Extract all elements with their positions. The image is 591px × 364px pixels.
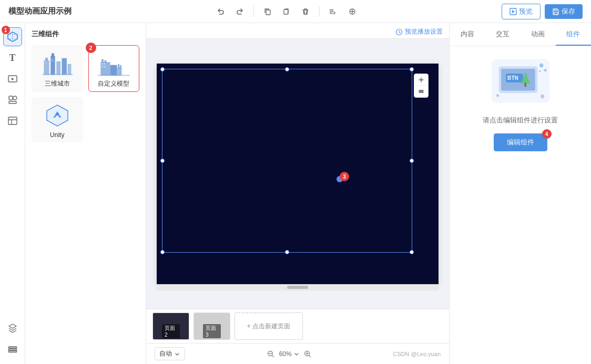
auto-select[interactable]: 自动 [155, 347, 185, 360]
paste-button[interactable] [279, 4, 294, 19]
separator-1 [253, 6, 254, 17]
svg-rect-12 [8, 117, 17, 124]
handle-tm[interactable] [285, 67, 289, 71]
svg-rect-33 [110, 65, 117, 76]
svg-rect-24 [45, 61, 46, 63]
tab-component[interactable]: 组件 [556, 23, 591, 46]
topbar-actions: 预览 保存 [502, 4, 583, 19]
svg-rect-32 [105, 60, 107, 63]
svg-rect-17 [45, 58, 48, 61]
svg-rect-18 [50, 56, 55, 75]
add-page-button[interactable]: + 点击新建页面 [235, 313, 303, 340]
zoom-in-button[interactable] [302, 349, 313, 359]
sidebar-item-settings[interactable] [3, 340, 22, 359]
page-thumb-3[interactable]: 页面3 [193, 313, 230, 340]
right-tabs: 内容 交互 动画 组件 [450, 23, 591, 46]
sidebar-item-media[interactable] [3, 69, 22, 88]
svg-rect-38 [104, 63, 106, 65]
3dcity-icon-box [40, 50, 74, 77]
custom-icon-box [97, 50, 130, 77]
align-button[interactable] [326, 4, 341, 19]
redo-button[interactable] [232, 4, 247, 19]
svg-rect-25 [46, 61, 47, 63]
scrollbar-thumb [287, 286, 308, 289]
undo-button[interactable] [213, 4, 228, 19]
3dcity-label: 三维城市 [45, 79, 70, 88]
app-title: 模型动画应用示例 [8, 6, 72, 16]
svg-rect-31 [101, 59, 104, 63]
edit-btn-wrapper: 编辑组件 4 [494, 133, 547, 151]
svg-point-55 [539, 70, 541, 72]
mini-btn-2[interactable] [414, 86, 428, 97]
separator-2 [319, 6, 320, 17]
center-area: 3 [294, 171, 301, 177]
selection-dot-center: 3 [337, 176, 343, 182]
component-item-3dcity[interactable]: 三维城市 [32, 45, 83, 92]
custom-label: 自定义模型 [98, 79, 129, 88]
canvas-inner[interactable]: 3 [157, 64, 439, 284]
copyright: CSDN @Leo.yuan [393, 351, 441, 357]
sidebar-item-table[interactable] [3, 111, 22, 130]
mini-btn-1[interactable] [414, 74, 428, 86]
tab-content[interactable]: 内容 [450, 23, 485, 46]
page-thumb-2[interactable]: 页面2 [152, 313, 189, 340]
unity-label: Unity [50, 131, 64, 139]
sidebar-item-3d[interactable]: 1 [3, 27, 22, 46]
svg-rect-27 [52, 59, 53, 60]
svg-point-53 [539, 64, 543, 67]
tab-interact[interactable]: 交互 [485, 23, 520, 46]
badge-4: 4 [542, 129, 552, 139]
zoom-out-button[interactable] [266, 349, 276, 359]
svg-rect-28 [52, 60, 53, 61]
svg-rect-34 [117, 67, 122, 76]
handle-bm[interactable] [285, 250, 289, 254]
badge-3: 3 [340, 172, 349, 181]
svg-rect-2 [330, 9, 333, 11]
copy-button[interactable] [260, 4, 275, 19]
svg-rect-39 [101, 66, 103, 68]
more-button[interactable] [345, 4, 360, 19]
svg-rect-29 [53, 60, 54, 61]
component-panel: 三维组件 [25, 23, 146, 364]
svg-point-56 [496, 94, 499, 97]
svg-rect-3 [330, 12, 335, 14]
handle-mr[interactable] [410, 159, 414, 163]
sidebar-item-shape[interactable] [3, 90, 22, 109]
svg-rect-23 [43, 74, 73, 76]
svg-point-42 [56, 113, 58, 116]
sidebar-item-layers[interactable] [3, 319, 22, 338]
delete-button[interactable] [298, 4, 313, 19]
canvas-area: 预览播放设置 [146, 23, 449, 364]
canvas-mini-toolbar [414, 74, 429, 98]
svg-rect-16 [44, 60, 49, 75]
edit-component-button[interactable]: 编辑组件 [494, 133, 547, 151]
handle-br[interactable] [410, 250, 414, 254]
save-button[interactable]: 保存 [545, 4, 583, 19]
component-preview-img: BTN [489, 55, 552, 107]
zoom-value[interactable]: 60% [279, 350, 299, 358]
canvas-scrollbar[interactable] [157, 284, 439, 290]
badge-1: 1 [2, 26, 10, 34]
toolbar-tools [213, 4, 360, 19]
badge-2: 2 [86, 43, 96, 53]
canvas-bottom-controls: 自动 60% CSDN @Leo.yuan [146, 343, 449, 364]
right-content: BTN 请点击编辑组件进行设置 编辑组件 4 [450, 46, 591, 364]
canvas-frame: 3 [157, 64, 439, 284]
page-3-label: 页面3 [203, 324, 221, 338]
main-layout: 1 T 三维组件 [0, 23, 591, 364]
svg-rect-21 [62, 58, 66, 75]
handle-tl[interactable] [160, 67, 165, 71]
handle-ml[interactable] [160, 159, 165, 163]
component-item-custom[interactable]: 2 [88, 45, 140, 92]
handle-bl[interactable] [160, 250, 165, 254]
svg-point-57 [540, 95, 544, 98]
component-item-unity[interactable]: Unity [32, 97, 83, 142]
svg-rect-20 [56, 61, 60, 75]
unity-icon-box [40, 102, 74, 129]
handle-tr[interactable] [410, 67, 414, 71]
preview-settings-link[interactable]: 预览播放设置 [152, 25, 443, 38]
svg-rect-40 [104, 66, 106, 68]
sidebar-item-text[interactable]: T [3, 48, 22, 67]
tab-animation[interactable]: 动画 [521, 23, 556, 46]
preview-button[interactable]: 预览 [502, 4, 541, 19]
